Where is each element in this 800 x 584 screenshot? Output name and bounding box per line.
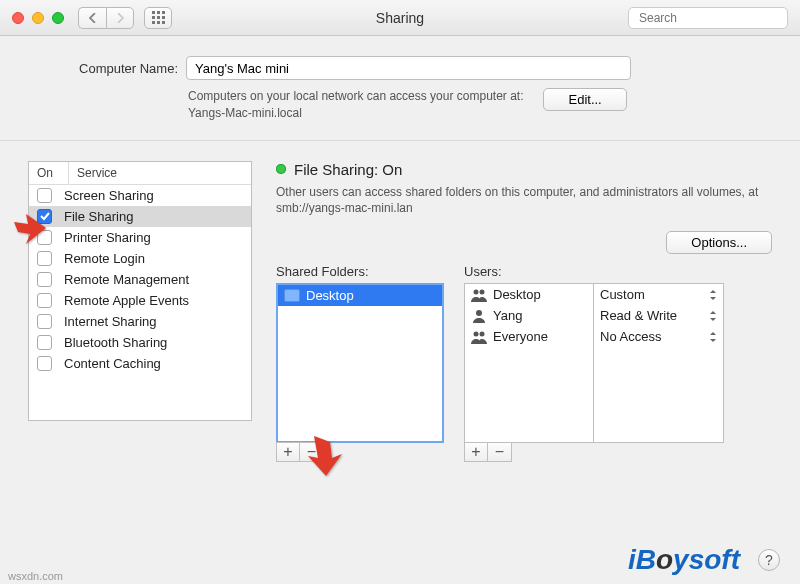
user-name: Yang <box>493 308 522 323</box>
stepper-icon <box>709 309 717 323</box>
service-checkbox[interactable] <box>37 293 52 308</box>
computer-name-field[interactable] <box>186 56 631 80</box>
service-label: Screen Sharing <box>64 188 154 203</box>
minimize-icon[interactable] <box>32 12 44 24</box>
service-checkbox[interactable] <box>37 188 52 203</box>
services-panel: On Service Screen SharingFile SharingPri… <box>28 161 252 463</box>
svg-rect-2 <box>162 11 165 14</box>
show-all-button[interactable] <box>144 7 172 29</box>
watermark: wsxdn.com <box>8 570 63 582</box>
services-header: On Service <box>29 162 251 185</box>
service-label: Printer Sharing <box>64 230 151 245</box>
service-label: Remote Management <box>64 272 189 287</box>
user-row[interactable]: Yang <box>465 305 593 326</box>
shared-folders-label: Shared Folders: <box>276 264 444 279</box>
user-name: Everyone <box>493 329 548 344</box>
service-checkbox[interactable] <box>37 209 52 224</box>
svg-point-12 <box>480 289 485 294</box>
permission-row[interactable]: Custom <box>594 284 723 305</box>
svg-point-15 <box>480 331 485 336</box>
computer-name-label: Computer Name: <box>40 61 178 76</box>
user-row[interactable]: Everyone <box>465 326 593 347</box>
service-row-remote-management[interactable]: Remote Management <box>29 269 251 290</box>
permission-label: Custom <box>600 287 645 302</box>
titlebar: Sharing <box>0 0 800 36</box>
service-label: Internet Sharing <box>64 314 157 329</box>
edit-button[interactable]: Edit... <box>543 88 626 111</box>
status-description: Other users can access shared folders on… <box>276 184 772 218</box>
permission-row[interactable]: No Access <box>594 326 723 347</box>
service-row-bluetooth-sharing[interactable]: Bluetooth Sharing <box>29 332 251 353</box>
shared-folder-row[interactable]: Desktop <box>278 285 442 306</box>
svg-rect-1 <box>157 11 160 14</box>
svg-rect-6 <box>152 21 155 24</box>
brand-logo: iBoysoft <box>628 544 740 576</box>
service-label: Remote Apple Events <box>64 293 189 308</box>
svg-rect-0 <box>152 11 155 14</box>
permissions-list[interactable]: CustomRead & WriteNo Access <box>594 283 724 443</box>
search-input[interactable] <box>639 11 789 25</box>
permission-label: No Access <box>600 329 661 344</box>
service-row-content-caching[interactable]: Content Caching <box>29 353 251 374</box>
service-row-screen-sharing[interactable]: Screen Sharing <box>29 185 251 206</box>
search-field[interactable] <box>628 7 788 29</box>
permission-row[interactable]: Read & Write <box>594 305 723 326</box>
users-list[interactable]: DesktopYangEveryone <box>464 283 594 443</box>
detail-panel: File Sharing: On Other users can access … <box>276 161 772 463</box>
svg-point-13 <box>476 310 482 316</box>
user-row[interactable]: Desktop <box>465 284 593 305</box>
svg-point-14 <box>474 331 479 336</box>
status-title: File Sharing: On <box>294 161 402 178</box>
svg-rect-8 <box>162 21 165 24</box>
services-list: On Service Screen SharingFile SharingPri… <box>28 161 252 421</box>
service-label: Bluetooth Sharing <box>64 335 167 350</box>
service-row-remote-login[interactable]: Remote Login <box>29 248 251 269</box>
add-folder-button[interactable]: + <box>276 442 300 462</box>
svg-rect-5 <box>162 16 165 19</box>
remove-folder-button[interactable]: − <box>300 442 324 462</box>
service-checkbox[interactable] <box>37 230 52 245</box>
service-label: Content Caching <box>64 356 161 371</box>
status-row: File Sharing: On <box>276 161 772 178</box>
svg-rect-3 <box>152 16 155 19</box>
users-column: Users: DesktopYangEveryone CustomRead & … <box>464 264 724 462</box>
stepper-icon <box>709 288 717 302</box>
back-button[interactable] <box>78 7 106 29</box>
svg-rect-4 <box>157 16 160 19</box>
users-label: Users: <box>464 264 724 279</box>
service-checkbox[interactable] <box>37 272 52 287</box>
nav-buttons <box>78 7 134 29</box>
shared-folders-list[interactable]: Desktop <box>276 283 444 443</box>
help-button[interactable]: ? <box>758 549 780 571</box>
svg-rect-7 <box>157 21 160 24</box>
service-row-file-sharing[interactable]: File Sharing <box>29 206 251 227</box>
folder-name: Desktop <box>306 288 354 303</box>
folder-icon <box>284 289 300 302</box>
service-checkbox[interactable] <box>37 356 52 371</box>
options-button[interactable]: Options... <box>666 231 772 254</box>
forward-button[interactable] <box>106 7 134 29</box>
service-checkbox[interactable] <box>37 314 52 329</box>
window-title: Sharing <box>376 10 424 26</box>
permission-label: Read & Write <box>600 308 677 323</box>
zoom-icon[interactable] <box>52 12 64 24</box>
service-row-remote-apple-events[interactable]: Remote Apple Events <box>29 290 251 311</box>
svg-point-11 <box>474 289 479 294</box>
window-controls <box>12 12 64 24</box>
status-led-icon <box>276 164 286 174</box>
shared-folders-column: Shared Folders: Desktop + − <box>276 264 444 462</box>
add-user-button[interactable]: + <box>464 442 488 462</box>
service-row-printer-sharing[interactable]: Printer Sharing <box>29 227 251 248</box>
service-checkbox[interactable] <box>37 251 52 266</box>
service-checkbox[interactable] <box>37 335 52 350</box>
close-icon[interactable] <box>12 12 24 24</box>
stepper-icon <box>709 330 717 344</box>
user-name: Desktop <box>493 287 541 302</box>
computer-name-section: Computer Name: Computers on your local n… <box>0 36 800 141</box>
service-label: File Sharing <box>64 209 133 224</box>
remove-user-button[interactable]: − <box>488 442 512 462</box>
main-content: On Service Screen SharingFile SharingPri… <box>0 141 800 463</box>
service-row-internet-sharing[interactable]: Internet Sharing <box>29 311 251 332</box>
network-info: Computers on your local network can acce… <box>188 88 523 122</box>
footer: iBoysoft ? <box>628 544 780 576</box>
